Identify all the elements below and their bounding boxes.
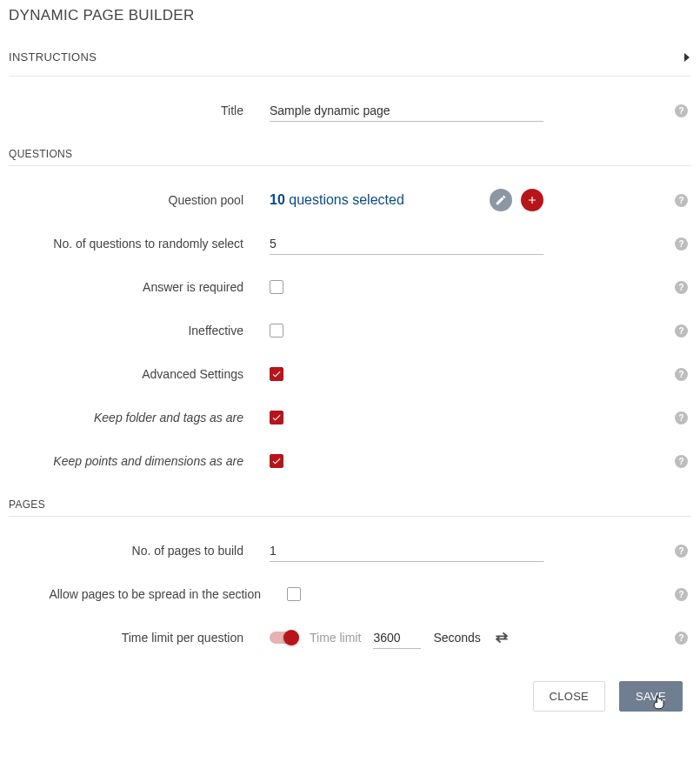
timelimit-toggle[interactable]: [270, 632, 297, 644]
edit-pool-button[interactable]: [490, 189, 512, 211]
help-icon[interactable]: ?: [675, 545, 688, 558]
help-icon[interactable]: ?: [675, 237, 688, 251]
instructions-label: INSTRUCTIONS: [9, 50, 97, 64]
timelimit-input[interactable]: [373, 627, 421, 649]
help-icon[interactable]: ?: [675, 194, 688, 207]
divider: [9, 516, 691, 517]
ineffective-checkbox[interactable]: [270, 324, 283, 338]
question-pool-count: 10: [270, 192, 285, 207]
check-icon: [271, 369, 282, 379]
spread-label: Allow pages to be spread in the section: [9, 587, 287, 601]
answer-required-label: Answer is required: [9, 280, 270, 294]
question-pool-label: Question pool: [9, 193, 270, 207]
advanced-settings-label: Advanced Settings: [9, 367, 270, 381]
plus-icon: [526, 194, 538, 206]
help-icon[interactable]: ?: [675, 104, 688, 117]
instructions-toggle[interactable]: INSTRUCTIONS: [9, 43, 691, 70]
help-icon[interactable]: ?: [675, 588, 688, 601]
pages-build-input[interactable]: [270, 540, 543, 562]
help-icon[interactable]: ?: [675, 455, 688, 468]
questions-group-label: QUESTIONS: [9, 148, 691, 160]
advanced-settings-checkbox[interactable]: [270, 367, 283, 381]
timelimit-unit-select[interactable]: Seconds: [433, 629, 480, 646]
pages-build-label: No. of pages to build: [9, 544, 270, 558]
question-pool-summary: 10 questions selected: [270, 192, 481, 208]
title-label: Title: [9, 104, 270, 117]
ineffective-label: Ineffective: [9, 324, 270, 338]
keep-folder-checkbox[interactable]: [270, 411, 283, 424]
timelimit-label: Time limit per question: [9, 631, 270, 645]
close-button[interactable]: CLOSE: [533, 681, 606, 712]
divider: [9, 165, 691, 166]
pages-group-label: PAGES: [9, 498, 691, 511]
help-icon[interactable]: ?: [675, 368, 688, 381]
divider: [9, 76, 691, 77]
help-icon[interactable]: ?: [675, 632, 688, 645]
swap-icon[interactable]: [493, 632, 510, 644]
add-pool-button[interactable]: [521, 189, 543, 211]
random-count-input[interactable]: [270, 233, 543, 255]
page-title: DYNAMIC PAGE BUILDER: [9, 7, 691, 24]
random-count-label: No. of questions to randomly select: [9, 237, 270, 251]
caret-right-icon: [683, 52, 691, 63]
question-pool-suffix: questions selected: [289, 192, 404, 207]
help-icon[interactable]: ?: [675, 324, 688, 338]
help-icon[interactable]: ?: [675, 281, 688, 294]
keep-folder-label: Keep folder and tags as are: [9, 411, 270, 424]
check-icon: [271, 412, 282, 423]
title-input[interactable]: [270, 100, 543, 122]
timelimit-inner-label: Time limit: [310, 631, 361, 645]
pencil-icon: [495, 194, 507, 206]
answer-required-checkbox[interactable]: [270, 280, 283, 294]
help-icon[interactable]: ?: [675, 411, 688, 424]
spread-checkbox[interactable]: [287, 587, 301, 601]
save-button[interactable]: SAVE: [619, 681, 683, 712]
check-icon: [271, 456, 282, 466]
keep-points-label: Keep points and dimensions as are: [9, 454, 270, 468]
keep-points-checkbox[interactable]: [270, 454, 283, 468]
